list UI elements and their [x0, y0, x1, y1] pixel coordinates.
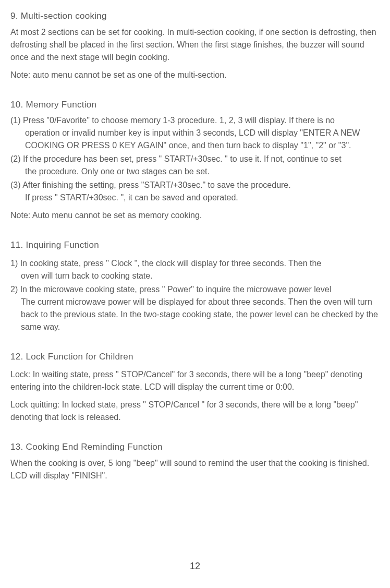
- section-11-heading: 11. Inquiring Function: [10, 238, 380, 252]
- item-text: In the microwave cooking state, press " …: [20, 285, 332, 294]
- section-12-paragraph-1: Lock: In waiting state, press " STOP/Can…: [10, 368, 380, 393]
- item-text: If the procedure has been set, press " S…: [23, 154, 342, 163]
- section-11: 11. Inquiring Function 1) In cooking sta…: [10, 238, 380, 333]
- item-continuation: If press " START/+30sec. ", it can be sa…: [10, 191, 380, 204]
- item-continuation: The current microwave power will be disp…: [10, 296, 380, 333]
- section-12-heading: 12. Lock Function for Children: [10, 350, 380, 364]
- section-10-item-2: (2) If the procedure has been set, press…: [10, 153, 380, 178]
- item-prefix: (3): [10, 181, 22, 189]
- section-10-heading: 10. Memory Function: [10, 98, 380, 112]
- item-prefix: (1): [10, 116, 23, 125]
- section-10: 10. Memory Function (1) Press "0/Favorit…: [10, 98, 380, 222]
- item-text: Press "0/Favorite" to choose memory 1-3 …: [23, 116, 335, 125]
- page-number: 12: [190, 559, 200, 573]
- item-text: After finishing the setting, press "STAR…: [22, 181, 291, 189]
- item-continuation: operation or invalid number key is input…: [10, 127, 380, 152]
- item-prefix: 1): [10, 259, 20, 268]
- item-prefix: (2): [10, 154, 23, 163]
- item-continuation: the procedure. Only one or two stages ca…: [10, 165, 380, 178]
- section-9-heading: 9. Multi-section cooking: [10, 9, 380, 23]
- item-text: In cooking state, press " Clock ", the c…: [20, 259, 322, 268]
- section-12: 12. Lock Function for Children Lock: In …: [10, 350, 380, 424]
- section-10-item-1: (1) Press "0/Favorite" to choose memory …: [10, 114, 380, 152]
- item-continuation: oven will turn back to cooking state.: [10, 270, 380, 282]
- section-9-note: Note: auto menu cannot be set as one of …: [10, 69, 380, 81]
- section-13-heading: 13. Cooking End Reminding Function: [10, 440, 380, 454]
- section-11-item-1: 1) In cooking state, press " Clock ", th…: [10, 257, 380, 282]
- section-11-item-2: 2) In the microwave cooking state, press…: [10, 283, 380, 333]
- section-13: 13. Cooking End Reminding Function When …: [10, 440, 380, 482]
- item-prefix: 2): [10, 285, 20, 294]
- section-12-paragraph-2: Lock quitting: In locked state, press " …: [10, 399, 380, 424]
- section-9-paragraph: At most 2 sections can be set for cookin…: [10, 26, 380, 64]
- section-13-paragraph: When the cooking is over, 5 long "beep" …: [10, 457, 380, 482]
- section-10-note: Note: Auto menu cannot be set as memory …: [10, 209, 380, 222]
- section-9: 9. Multi-section cooking At most 2 secti…: [10, 9, 380, 81]
- section-10-item-3: (3) After finishing the setting, press "…: [10, 179, 380, 204]
